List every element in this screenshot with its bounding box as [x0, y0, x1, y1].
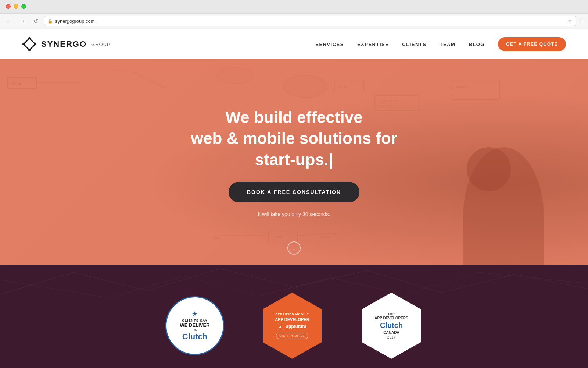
appfutura-certified: CERTIFIED MOBILE [275, 312, 309, 316]
get-free-quote-button[interactable]: GET A FREE QUOTE [498, 37, 566, 51]
nav-clients[interactable]: CLIENTS [402, 42, 426, 47]
hero-section: PRICE INTERCEPT LOG LOG INVALLD ? VALID … [0, 59, 588, 265]
hero-title-line2: web & mobile solutions for [191, 129, 397, 147]
nav-links: SERVICES EXPERTISE CLIENTS TEAM BLOG GET… [315, 37, 566, 51]
clutch-we-deliver: WE DELIVER [180, 322, 210, 328]
browser-titlebar [0, 0, 588, 13]
traffic-light-green[interactable] [21, 4, 26, 9]
nav-blog[interactable]: BLOG [469, 42, 485, 47]
svg-point-22 [217, 67, 254, 84]
clutch-star-icon: ★ [192, 310, 198, 318]
svg-marker-30 [334, 233, 336, 235]
appfutura-app-developer: APP DEVELOPER [275, 317, 309, 322]
bookmark-icon: ☆ [568, 18, 573, 24]
browser-menu-icon[interactable]: ≡ [580, 17, 584, 25]
svg-text:service: service [320, 235, 330, 239]
address-bar[interactable]: 🔒 synergogroup.com ☆ [44, 16, 576, 26]
hero-sub-text: It will take you only 30 seconds. [258, 211, 330, 217]
logo-group: GROUP [91, 42, 111, 47]
topaddev-badge[interactable]: TOP APP DEVELOPERS Clutch CANADA 2017 [362, 293, 421, 359]
svg-line-12 [129, 70, 165, 88]
svg-point-21 [283, 75, 327, 98]
hero-content: We build effective web & mobile solution… [191, 107, 397, 217]
svg-text:INVALLD: INVALLD [456, 85, 469, 89]
website-content: SYNERGO GROUP SERVICES EXPERTISE CLIENTS… [0, 29, 588, 368]
topaddev-app-developers: APP DEVELOPERS [374, 316, 408, 321]
scroll-down-icon[interactable]: ↓ [287, 241, 301, 255]
svg-text:restart: restart [274, 235, 283, 239]
svg-point-6 [34, 43, 36, 45]
svg-text:PRICE: PRICE [10, 81, 22, 85]
svg-point-4 [28, 37, 31, 39]
nav-team[interactable]: TEAM [440, 42, 455, 47]
topaddev-badge-wrapper: TOP APP DEVELOPERS Clutch CANADA 2017 [360, 291, 423, 361]
badge-container: ★ CLIENTS SAY WE DELIVER ON Clutch CERTI… [165, 291, 423, 361]
topaddev-inner: TOP APP DEVELOPERS Clutch CANADA 2017 [374, 312, 408, 339]
svg-line-3 [29, 44, 35, 50]
appfutura-logo-icon: a [278, 323, 284, 330]
person-head [467, 147, 511, 191]
appfutura-visit-profile[interactable]: VISIT PROFILE [276, 333, 308, 339]
hero-title-line3: start-ups.| [255, 151, 333, 169]
clutch-clients-say: CLIENTS SAY [182, 319, 208, 322]
traffic-light-yellow[interactable] [14, 4, 18, 9]
svg-text:VALID: VALID [337, 85, 347, 88]
appfutura-badge-inner: CERTIFIED MOBILE APP DEVELOPER a appfutu… [275, 312, 309, 339]
topaddev-year: 2017 [387, 335, 395, 339]
browser-toolbar: ← → ↺ 🔒 synergogroup.com ☆ ≡ [0, 13, 588, 29]
svg-rect-16 [452, 81, 500, 99]
logo-text: SYNERGO [41, 39, 87, 49]
appfutura-badge[interactable]: CERTIFIED MOBILE APP DEVELOPER a appfutu… [263, 293, 322, 359]
appfutura-brand-text: appfutura [286, 324, 306, 329]
topaddev-clutch: Clutch [380, 321, 403, 330]
browser-chrome: ← → ↺ 🔒 synergogroup.com ☆ ≡ [0, 0, 588, 29]
svg-point-5 [22, 43, 25, 45]
traffic-light-red[interactable] [6, 4, 11, 9]
clutch-brand: Clutch [182, 332, 207, 342]
hero-title: We build effective web & mobile solution… [191, 107, 397, 170]
clutch-badge[interactable]: ★ CLIENTS SAY WE DELIVER ON Clutch [165, 296, 224, 355]
svg-text:Exit: Exit [213, 236, 220, 240]
nav-expertise[interactable]: EXPERTISE [357, 42, 389, 47]
topaddev-top: TOP [388, 312, 395, 315]
book-consultation-button[interactable]: BOOK A FREE CONSULTATION [229, 182, 359, 202]
svg-point-7 [28, 49, 31, 51]
hero-title-line1: We build effective [225, 108, 362, 126]
appfutura-badge-wrapper: CERTIFIED MOBILE APP DEVELOPER a appfutu… [261, 291, 323, 361]
svg-line-0 [24, 38, 29, 44]
address-text: synergogroup.com [55, 18, 95, 24]
refresh-button[interactable]: ↺ [31, 16, 40, 26]
appfutura-logo: a appfutura [278, 323, 306, 330]
topaddev-canada: CANADA [383, 330, 399, 335]
navbar: SYNERGO GROUP SERVICES EXPERTISE CLIENTS… [0, 29, 588, 59]
awards-section: ★ CLIENTS SAY WE DELIVER ON Clutch CERTI… [0, 265, 588, 368]
logo-area[interactable]: SYNERGO GROUP [22, 37, 111, 52]
back-button[interactable]: ← [4, 16, 14, 26]
svg-text:?: ? [459, 91, 461, 95]
logo-icon [22, 37, 37, 52]
nav-services[interactable]: SERVICES [315, 42, 344, 47]
svg-text:INTERCEPT: INTERCEPT [379, 99, 398, 103]
clutch-on: ON [192, 328, 197, 332]
forward-button[interactable]: → [18, 16, 27, 26]
svg-text:a: a [279, 325, 282, 329]
svg-line-1 [29, 38, 35, 44]
lock-icon: 🔒 [47, 18, 53, 24]
svg-line-2 [24, 44, 29, 50]
